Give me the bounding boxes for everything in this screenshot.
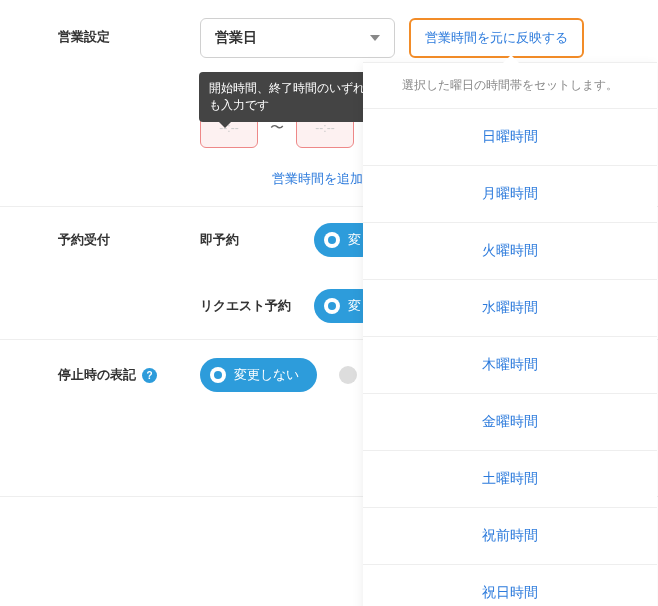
radio-unselected-icon[interactable] (339, 366, 357, 384)
help-icon[interactable]: ? (142, 368, 157, 383)
request-booking-change-label: 変 (348, 297, 361, 315)
stop-display-label: 停止時の表記 (58, 366, 136, 384)
radio-selected-icon (210, 367, 226, 383)
dropdown-item-wednesday[interactable]: 水曜時間 (363, 280, 657, 337)
no-change-button[interactable]: 変更しない (200, 358, 317, 392)
dropdown-header: 選択した曜日の時間帯をセットします。 (363, 63, 657, 109)
add-business-hours-button[interactable]: 営業時間を追加する (200, 148, 389, 206)
chevron-down-icon (370, 35, 380, 41)
stop-display-label-wrap: 停止時の表記 ? (0, 366, 200, 384)
dropdown-item-tuesday[interactable]: 火曜時間 (363, 223, 657, 280)
reservation-label: 予約受付 (0, 207, 200, 249)
request-booking-label: リクエスト予約 (200, 297, 314, 315)
dropdown-item-saturday[interactable]: 土曜時間 (363, 451, 657, 508)
radio-selected-icon (324, 298, 340, 314)
dropdown-item-thursday[interactable]: 木曜時間 (363, 337, 657, 394)
time-validation-tooltip: 開始時間、終了時間のいずれも入力です (199, 72, 379, 122)
no-change-button-label: 変更しない (234, 366, 299, 384)
instant-booking-change-label: 変 (348, 231, 361, 249)
dropdown-item-holiday[interactable]: 祝日時間 (363, 565, 657, 606)
business-day-select[interactable]: 営業日 (200, 18, 395, 58)
instant-booking-label: 即予約 (200, 231, 314, 249)
business-day-select-value: 営業日 (215, 29, 257, 47)
reflect-hours-button-label: 営業時間を元に反映する (425, 29, 568, 47)
business-settings-label: 営業設定 (0, 18, 200, 46)
dropdown-item-preholiday[interactable]: 祝前時間 (363, 508, 657, 565)
day-time-dropdown: 選択した曜日の時間帯をセットします。 日曜時間 月曜時間 火曜時間 水曜時間 木… (363, 62, 657, 606)
stop-display-options: 変更しない (200, 358, 357, 392)
reflect-hours-button[interactable]: 営業時間を元に反映する (409, 18, 584, 58)
dropdown-item-sunday[interactable]: 日曜時間 (363, 109, 657, 166)
time-range-separator: 〜 (270, 119, 284, 137)
dropdown-item-friday[interactable]: 金曜時間 (363, 394, 657, 451)
radio-selected-icon (324, 232, 340, 248)
dropdown-item-monday[interactable]: 月曜時間 (363, 166, 657, 223)
